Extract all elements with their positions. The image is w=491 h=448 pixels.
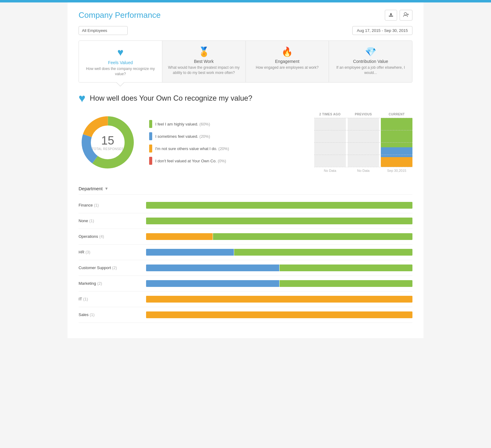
header-actions (385, 10, 412, 21)
top-bar (0, 0, 491, 2)
tab-title-best-work: Best Work (167, 59, 241, 64)
history-bars-wrap (314, 118, 412, 167)
history-date-2: Sep 30,2015 (381, 169, 412, 172)
dept-row-operations: Operations (4) (79, 229, 412, 245)
tab-title-feels-valued: Feels Valued (84, 60, 157, 65)
tab-title-engagement: Engagement (251, 59, 324, 64)
add-user-button[interactable] (400, 10, 412, 21)
svg-rect-1 (389, 16, 393, 17)
question-text: How well does Your Own Co recognize my v… (90, 94, 253, 102)
history-section: 2 TIMES AGO PREVIOUS CURRENT (314, 113, 412, 172)
dept-name-none: None (1) (79, 218, 146, 223)
history-header-2: CURRENT (381, 113, 412, 116)
dept-bars-marketing (146, 280, 412, 287)
legend-swatch-red (149, 157, 152, 165)
dept-row-finance: Finance (1) (79, 198, 412, 213)
history-bar-green (381, 118, 412, 147)
dept-bars-none (146, 218, 412, 224)
question-heart-icon: ♥ (79, 92, 86, 104)
legend-label-2: I'm not sure others value what I do. (20… (155, 146, 229, 151)
legend-label-1: I sometimes feel valued. (20%) (155, 134, 210, 139)
export-icon (389, 12, 393, 17)
diamond-icon: 💎 (334, 46, 407, 57)
dept-bars-operations (146, 233, 412, 240)
legend-item-0: I feel I am highly valued. (60%) (149, 120, 302, 128)
data-section: 15 TOTAL RESPONSES I feel I am highly va… (79, 113, 412, 172)
question-header: ♥ How well does Your Own Co recognize my… (79, 92, 412, 104)
badge-icon: 🏅 (167, 46, 241, 57)
flame-icon: 🔥 (251, 46, 324, 57)
dept-row-none: None (1) (79, 213, 412, 229)
history-date-1: No Data (348, 169, 379, 172)
history-header-0: 2 TIMES AGO (314, 113, 346, 116)
tab-title-contribution: Contribution Value (334, 59, 407, 64)
history-date-labels: No Data No Data Sep 30,2015 (314, 169, 412, 172)
department-dropdown-icon[interactable]: ▼ (104, 186, 108, 191)
tab-engagement[interactable]: 🔥 Engagement How engaged are employees a… (246, 41, 329, 82)
history-bar-orange (381, 157, 412, 167)
svg-point-3 (404, 13, 407, 15)
dept-name-customer-support: Customer Support (2) (79, 265, 146, 270)
history-bar-blue (381, 147, 412, 157)
legend-item-2: I'm not sure others value what I do. (20… (149, 145, 302, 153)
employee-filter[interactable] (79, 26, 128, 35)
department-header: Department ▼ (79, 186, 412, 195)
legend-swatch-blue (149, 132, 152, 140)
dept-row-it: IT (1) (79, 292, 412, 307)
tab-desc-engagement: How engaged are employees at work? (251, 65, 324, 70)
dept-bars-hr (146, 249, 412, 256)
tab-best-work[interactable]: 🏅 Best Work What would have the greatest… (162, 41, 246, 82)
legend-swatch-green (149, 120, 152, 128)
svg-marker-2 (390, 13, 392, 15)
legend-swatch-orange (149, 145, 152, 153)
donut-chart: 15 TOTAL RESPONSES (79, 113, 137, 172)
date-range: Aug 17, 2015 - Sep 30, 2015 (352, 26, 412, 35)
dept-row-marketing: Marketing (2) (79, 276, 412, 292)
svg-rect-0 (389, 16, 393, 16)
legend-label-3: I don't feel valued at Your Own Co. (0%) (155, 159, 226, 163)
dept-name-operations: Operations (4) (79, 234, 146, 239)
history-headers: 2 TIMES AGO PREVIOUS CURRENT (314, 113, 412, 116)
dept-bars-customer-support (146, 265, 412, 271)
tab-contribution-value[interactable]: 💎 Contribution Value If an employee got … (329, 41, 412, 82)
dept-name-marketing: Marketing (2) (79, 281, 146, 286)
dept-name-finance: Finance (1) (79, 203, 146, 207)
donut-number: 15 (92, 134, 123, 147)
department-section: Department ▼ Finance (1) None (1) Operat… (79, 186, 412, 323)
filters-bar: Aug 17, 2015 - Sep 30, 2015 (79, 26, 412, 35)
legend-item-1: I sometimes feel valued. (20%) (149, 132, 302, 140)
legend-item-3: I don't feel valued at Your Own Co. (0%) (149, 157, 302, 165)
legend: I feel I am highly valued. (60%) I somet… (149, 120, 302, 165)
dept-name-hr: HR (3) (79, 250, 146, 254)
tab-desc-best-work: What would have the greatest impact on m… (167, 65, 241, 75)
dept-row-sales: Sales (1) (79, 307, 412, 323)
tab-desc-feels-valued: How well does the company recognize my v… (84, 66, 157, 77)
donut-label: TOTAL RESPONSES (92, 147, 123, 150)
dept-bars-it (146, 296, 412, 303)
add-user-icon (403, 12, 409, 17)
donut-center: 15 TOTAL RESPONSES (92, 134, 123, 151)
tab-feels-valued[interactable]: ♥ Feels Valued How well does the company… (79, 41, 162, 82)
page-title: Company Performance (79, 10, 160, 20)
tab-arrow (117, 82, 124, 86)
export-button[interactable] (385, 10, 397, 21)
dept-name-sales: Sales (1) (79, 312, 146, 317)
dept-bars-finance (146, 202, 412, 209)
legend-label-0: I feel I am highly valued. (60%) (155, 122, 210, 126)
dept-bars-sales (146, 311, 412, 318)
header: Company Performance (79, 10, 412, 21)
department-label: Department (79, 186, 102, 191)
dept-name-it: IT (1) (79, 297, 146, 301)
history-header-1: PREVIOUS (348, 113, 379, 116)
page-container: Company Performance Aug 17, 20 (68, 2, 423, 338)
tab-desc-contribution: If an employee got a job offer elsewhere… (334, 65, 407, 75)
heart-icon: ♥ (84, 46, 157, 58)
category-tabs: ♥ Feels Valued How well does the company… (79, 41, 412, 83)
dept-row-hr: HR (3) (79, 245, 412, 260)
history-date-0: No Data (314, 169, 346, 172)
dept-row-customer-support: Customer Support (2) (79, 260, 412, 276)
